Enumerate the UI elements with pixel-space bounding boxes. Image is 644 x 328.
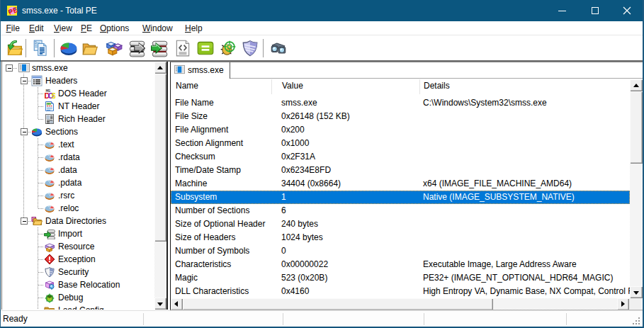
svg-text:S: S — [52, 92, 56, 100]
